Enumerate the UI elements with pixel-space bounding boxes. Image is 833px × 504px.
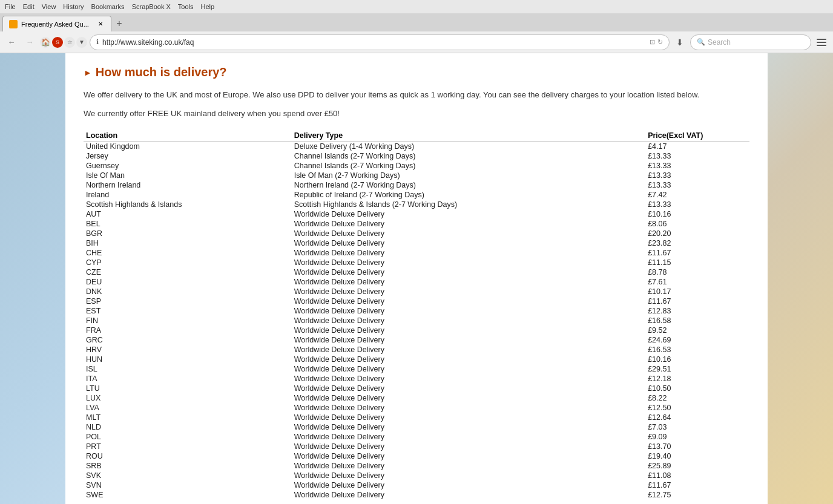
cell-price: £11.67 [645,480,749,490]
bookmark-icon[interactable]: ☆ [64,37,75,48]
cell-delivery: Worldwide Deluxe Delivery [292,364,645,374]
cell-delivery: Worldwide Deluxe Delivery [292,287,645,296]
white-content-panel: ► How much is delivery? We offer deliver… [65,53,768,504]
cell-location: ISL [84,364,292,374]
cell-location: BGR [84,229,292,238]
cell-price: £25.89 [645,461,749,471]
cell-delivery: Worldwide Deluxe Delivery [292,316,645,326]
menu-file[interactable]: File [5,3,16,10]
cell-delivery: Worldwide Deluxe Delivery [292,267,645,277]
cell-location: FRA [84,326,292,335]
cell-location: HRV [84,345,292,355]
cell-location: SVK [84,471,292,480]
table-row: LVAWorldwide Deluxe Delivery£12.50 [84,403,749,413]
cell-delivery: Worldwide Deluxe Delivery [292,248,645,258]
forward-button[interactable]: → [22,34,38,50]
cell-delivery: Worldwide Deluxe Delivery [292,461,645,471]
table-row: FINWorldwide Deluxe Delivery£16.58 [84,316,749,326]
menu-tools[interactable]: Tools [178,3,194,10]
section-title: How much is delivery? [96,65,227,79]
cell-location: DNK [84,287,292,296]
cell-delivery: Northern Ireland (2-7 Working Days) [292,180,645,190]
cell-price: £12.83 [645,306,749,316]
cell-delivery: Worldwide Deluxe Delivery [292,345,645,355]
cell-delivery: Worldwide Deluxe Delivery [292,306,645,316]
navigation-bar: ← → 🏠 S ☆ ▼ ℹ http://www.siteking.co.uk/… [0,31,833,53]
cell-delivery: Worldwide Deluxe Delivery [292,442,645,451]
cell-location: PRT [84,442,292,451]
cell-location: GRC [84,335,292,345]
collapse-arrow-icon[interactable]: ► [84,68,92,77]
cell-location: DEU [84,277,292,287]
bookmark-url-icon[interactable]: ⊡ [650,38,655,46]
cell-delivery: Worldwide Deluxe Delivery [292,490,645,500]
search-box[interactable]: 🔍 Search [690,34,811,50]
table-row: Northern IrelandNorthern Ireland (2-7 Wo… [84,180,749,190]
cell-delivery: Worldwide Deluxe Delivery [292,384,645,393]
cell-location: SWE [84,490,292,500]
cell-price: £12.18 [645,374,749,384]
cell-price: £12.50 [645,403,749,413]
new-tab-button[interactable]: + [111,16,127,31]
cell-location: Isle Of Man [84,171,292,180]
cell-location: POL [84,432,292,442]
cell-delivery: Worldwide Deluxe Delivery [292,422,645,432]
table-row: CYPWorldwide Deluxe Delivery£11.15 [84,258,749,267]
cell-location: EST [84,306,292,316]
menu-view[interactable]: View [42,3,56,10]
menu-edit[interactable]: Edit [23,3,35,10]
page-content-wrapper[interactable]: ► How much is delivery? We offer deliver… [0,53,833,504]
tab-close-button[interactable]: ✕ [96,20,105,28]
cell-price: £13.33 [645,200,749,209]
cell-delivery: Worldwide Deluxe Delivery [292,480,645,490]
active-tab[interactable]: Frequently Asked Qu... ✕ [2,16,111,31]
menu-bar: File Edit View History Bookmarks ScrapBo… [0,0,833,13]
cell-location: ITA [84,374,292,384]
table-row: HRVWorldwide Deluxe Delivery£16.53 [84,345,749,355]
cell-price: £13.70 [645,442,749,451]
cell-price: £24.69 [645,335,749,345]
menu-help[interactable]: Help [201,3,215,10]
cell-price: £20.20 [645,229,749,238]
url-bar-actions: ⊡ ↻ [650,38,663,46]
cell-delivery: Worldwide Deluxe Delivery [292,374,645,384]
tab-title: Frequently Asked Qu... [21,21,93,28]
cell-delivery: Worldwide Deluxe Delivery [292,229,645,238]
table-row: SWEWorldwide Deluxe Delivery£12.75 [84,490,749,500]
hamburger-line-1 [817,39,826,40]
intro-paragraph: We offer delivery to the UK and most of … [84,89,749,102]
cell-location: CHE [84,248,292,258]
url-bar[interactable]: ℹ http://www.siteking.co.uk/faq ⊡ ↻ [90,34,670,50]
hamburger-line-3 [817,45,826,46]
cell-price: £10.50 [645,384,749,393]
cell-location: ESP [84,296,292,306]
table-row: BIHWorldwide Deluxe Delivery£23.82 [84,238,749,248]
back-button[interactable]: ← [4,34,19,50]
cell-delivery: Worldwide Deluxe Delivery [292,413,645,422]
search-placeholder: Search [708,38,731,47]
menu-scrapbook[interactable]: ScrapBook X [132,3,171,10]
refresh-icon[interactable]: ↻ [657,38,663,46]
hamburger-menu-button[interactable] [814,34,829,50]
cell-price: £13.33 [645,151,749,161]
table-row: LTUWorldwide Deluxe Delivery£10.50 [84,384,749,393]
cell-location: LVA [84,403,292,413]
download-icon[interactable]: ⬇ [672,34,688,50]
cell-delivery: Worldwide Deluxe Delivery [292,296,645,306]
home-icon[interactable]: 🏠 [40,37,51,48]
cell-price: £11.15 [645,258,749,267]
cell-delivery: Worldwide Deluxe Delivery [292,335,645,345]
info-icon: ℹ [96,38,99,46]
cell-location: Jersey [84,151,292,161]
hamburger-line-2 [817,42,826,43]
stop-icon[interactable]: S [52,37,63,48]
menu-history[interactable]: History [63,3,84,10]
menu-bookmarks[interactable]: Bookmarks [91,3,125,10]
dropdown-icon[interactable]: ▼ [76,37,87,48]
cell-location: AUT [84,209,292,219]
cell-delivery: Worldwide Deluxe Delivery [292,277,645,287]
tab-favicon [9,20,18,28]
search-icon: 🔍 [697,38,705,46]
table-row: United KingdomDeluxe Delivery (1-4 Worki… [84,141,749,151]
cell-price: £13.33 [645,161,749,171]
